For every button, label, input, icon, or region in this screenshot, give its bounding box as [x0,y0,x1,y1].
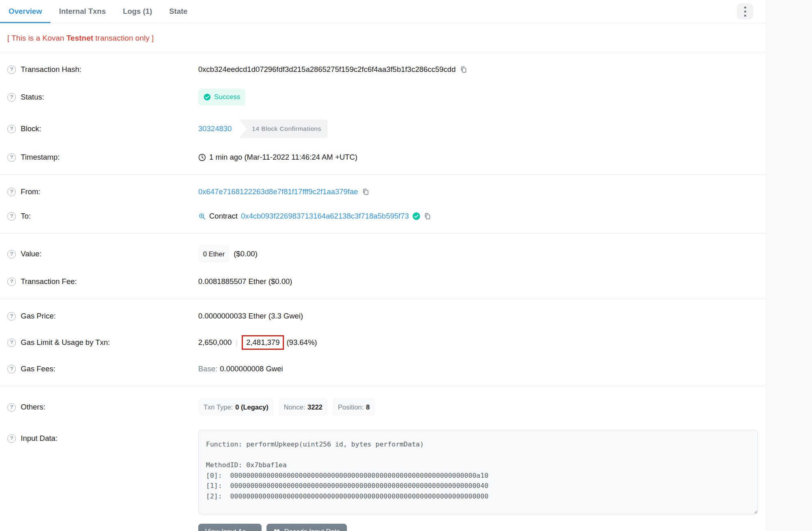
txn-type-badge: Txn Type: 0 (Legacy) [198,398,274,416]
gas-fees-base-value: 0.000000008 Gwei [220,364,283,374]
help-icon[interactable]: ? [7,434,16,443]
decode-icon [273,528,280,531]
to-address-link[interactable]: 0x4cb093f226983713164a62138c3f718a5b595f… [241,211,409,221]
row-others: ? Others: Txn Type: 0 (Legacy) Nonce: 32… [0,391,766,423]
status-badge: Success [198,89,245,106]
help-icon[interactable]: ? [7,403,16,412]
magnifier-icon[interactable] [198,212,206,220]
transaction-hash-value: 0xcb324eedcd1d07296fdf3d215a2865275f159c… [198,64,456,75]
position-label: Position: [338,402,364,412]
help-icon[interactable]: ? [7,93,16,102]
gas-limit-value: 2,650,000 [198,337,232,348]
help-icon[interactable]: ? [7,250,16,258]
section-others-input: ? Others: Txn Type: 0 (Legacy) Nonce: 32… [0,386,766,531]
txn-type-value: 0 (Legacy) [235,402,269,412]
row-transaction-fee: ? Transaction Fee: 0.0081885507 Ether ($… [0,269,766,294]
row-label: ? Input Data: [7,430,198,444]
help-icon[interactable]: ? [7,365,16,373]
block-label: Block: [21,124,41,134]
verified-check-icon [412,212,420,220]
gas-used-percent: (93.64%) [286,337,317,348]
status-label: Status: [21,92,44,102]
position-badge: Position: 8 [333,398,375,416]
row-label: ? Block: [7,124,198,134]
help-icon[interactable]: ? [7,312,16,321]
nonce-value: 3222 [307,402,323,412]
row-label: ? Transaction Hash: [7,64,198,75]
help-icon[interactable]: ? [7,188,16,196]
row-label: ? Value: [7,249,198,259]
row-label: ? To: [7,211,198,221]
timestamp-label: Timestamp: [21,152,60,163]
gas-fees-base-label: Base: [198,364,217,374]
status-text: Success [214,92,240,102]
caret-down-icon [250,529,255,531]
kebab-icon [744,5,746,17]
to-contract-label: Contract [209,211,238,221]
usd-value: ($0.00) [234,249,258,259]
gas-price-label: Gas Price: [21,311,56,321]
to-label: To: [21,211,31,221]
nonce-badge: Nonce: 3222 [279,398,328,416]
from-address-link[interactable]: 0x647e7168122263d8e7f81f17fff9c2f1aa379f… [198,186,358,197]
block-number-link[interactable]: 30324830 [198,124,232,134]
gas-fees-label: Gas Fees: [21,364,55,374]
row-from: ? From: 0x647e7168122263d8e7f81f17fff9c2… [0,180,766,204]
row-label: ? Others: [7,402,198,412]
value-label: Value: [21,249,41,259]
help-icon[interactable]: ? [7,212,16,221]
txn-type-label: Txn Type: [204,402,233,412]
help-icon[interactable]: ? [7,153,16,162]
row-block: ? Block: 30324830 14 Block Confirmations [0,113,766,145]
testnet-warning: [ This is a Kovan Testnet transaction on… [0,23,766,52]
page-right-gutter [766,0,812,531]
tab-internal-txns[interactable]: Internal Txns [50,0,114,23]
help-icon[interactable]: ? [7,277,16,286]
row-value: ? Value: 0 Ether ($0.00) [0,238,766,269]
gas-price-value: 0.0000000033 Ether (3.3 Gwei) [198,311,303,321]
tab-logs[interactable]: Logs (1) [114,0,160,23]
section-summary: ? Transaction Hash: 0xcb324eedcd1d07296f… [0,52,766,174]
gas-limit-label: Gas Limit & Usage by Txn: [21,337,110,348]
section-addresses: ? From: 0x647e7168122263d8e7f81f17fff9c2… [0,174,766,233]
help-icon[interactable]: ? [7,338,16,347]
row-gas-limit-usage: ? Gas Limit & Usage by Txn: 2,650,000 | … [0,328,766,357]
decode-input-data-button[interactable]: Decode Input Data [266,524,347,531]
row-label: ? From: [7,186,198,197]
section-value: ? Value: 0 Ether ($0.00) ? Transaction F… [0,233,766,299]
tab-bar: Overview Internal Txns Logs (1) State [0,0,766,23]
gas-used-annotation-box: 2,481,379 [242,335,284,350]
row-status: ? Status: Success [0,82,766,113]
row-input-data: ? Input Data: Function: performUpkeep(ui… [0,423,766,531]
row-gas-price: ? Gas Price: 0.0000000033 Ether (3.3 Gwe… [0,304,766,328]
clock-icon [198,154,206,161]
warning-prefix: [ This is a Kovan [7,34,66,42]
row-label: ? Status: [7,92,198,102]
tab-state[interactable]: State [160,0,196,23]
view-input-as-button[interactable]: View Input As [198,524,262,531]
others-label: Others: [21,402,45,412]
copy-icon[interactable] [424,212,431,220]
timestamp-value: 1 min ago (Mar-11-2022 11:46:24 AM +UTC) [209,152,357,163]
input-data-label: Input Data: [21,433,58,444]
row-label: ? Timestamp: [7,152,198,163]
decode-input-data-label: Decode Input Data [284,528,340,531]
kebab-menu-button[interactable] [737,3,753,20]
transaction-card: Overview Internal Txns Logs (1) State [ … [0,0,766,531]
help-icon[interactable]: ? [7,125,16,133]
transaction-fee-value: 0.0081885507 Ether ($0.00) [198,276,292,287]
copy-icon[interactable] [460,66,468,74]
transaction-hash-label: Transaction Hash: [21,64,81,75]
section-gas: ? Gas Price: 0.0000000033 Ether (3.3 Gwe… [0,299,766,386]
help-icon[interactable]: ? [7,65,16,74]
ether-value-badge: 0 Ether [198,245,230,262]
row-label: ? Gas Price: [7,311,198,321]
nonce-label: Nonce: [284,402,305,412]
input-data-textarea[interactable]: Function: performUpkeep(uint256 id, byte… [198,430,758,514]
tab-overview[interactable]: Overview [0,0,50,23]
row-label: ? Gas Limit & Usage by Txn: [7,337,198,348]
row-label: ? Gas Fees: [7,364,198,374]
gas-used-value: 2,481,379 [246,338,279,347]
row-label: ? Transaction Fee: [7,276,198,287]
copy-icon[interactable] [362,188,370,196]
